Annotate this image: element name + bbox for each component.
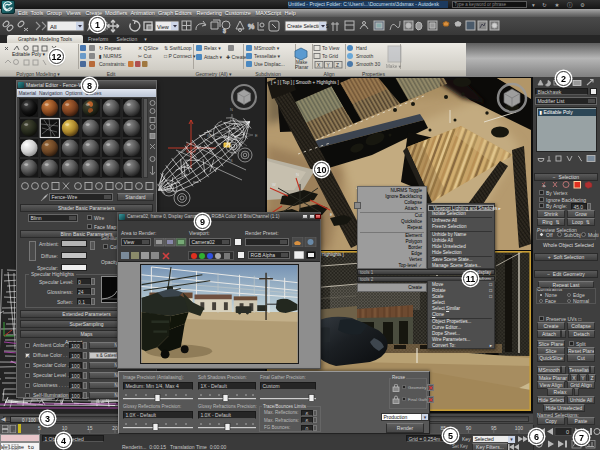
svg-text:✚ Create: ✚ Create [226,54,247,60]
svg-text:MSmooth ▾: MSmooth ▾ [254,45,280,51]
svg-text:Relax ▾: Relax ▾ [204,45,221,51]
svg-text:95: 95 [491,425,497,431]
svg-text:5: 5 [38,425,41,431]
svg-text:100: 100 [515,425,524,431]
svg-text:Attach ▾: Attach ▾ [204,54,223,60]
svg-text:0: 0 [566,429,569,435]
svg-text:✕ QSlice: ✕ QSlice [138,45,159,51]
svg-text:W: W [207,133,211,138]
svg-text:E: E [255,133,258,138]
svg-text:Constraints:: Constraints: [99,61,126,67]
svg-text:W: W [272,182,276,187]
svg-text:S: S [230,158,233,163]
svg-text:%: % [248,23,254,30]
svg-text:↻ Repeat: ↻ Repeat [99,45,121,51]
svg-text:Make ▾: Make ▾ [386,64,402,69]
svg-text:N: N [296,172,299,177]
svg-text:X: X [317,63,321,68]
svg-text:Z: Z [336,63,339,68]
svg-text:Tessellate ▾: Tessellate ▾ [254,53,281,59]
svg-text:View: View [157,24,169,30]
svg-text:To View: To View [322,45,340,51]
svg-text:Editable Poly ▾: Editable Poly ▾ [12,51,46,57]
svg-text:□ P Connect ▾: □ P Connect ▾ [164,53,196,59]
svg-text:Smooth 30: Smooth 30 [356,61,380,67]
svg-text:E: E [330,212,333,217]
svg-text:To Grid: To Grid [322,53,338,59]
svg-text:[ + ] [ Top ] [ Smooth + Highl: [ + ] [ Top ] [ Smooth + Highlights ] [271,80,339,85]
svg-text:Y: Y [327,63,331,68]
svg-text:N: N [230,107,233,112]
svg-text:3: 3 [223,28,226,34]
svg-text:Use Displac...: Use Displac... [254,61,285,67]
svg-text:15: 15 [87,425,93,431]
svg-text:90: 90 [466,425,472,431]
svg-text:10: 10 [62,425,68,431]
svg-text:All: All [50,24,57,30]
svg-text:Hard: Hard [356,45,367,51]
svg-text:⇅ SwiftLoop: ⇅ SwiftLoop [164,45,192,51]
svg-text:✂ Cut: ✂ Cut [138,53,152,59]
svg-text:Smooth: Smooth [356,53,373,59]
svg-text:▮ NURMS: ▮ NURMS [99,53,122,59]
